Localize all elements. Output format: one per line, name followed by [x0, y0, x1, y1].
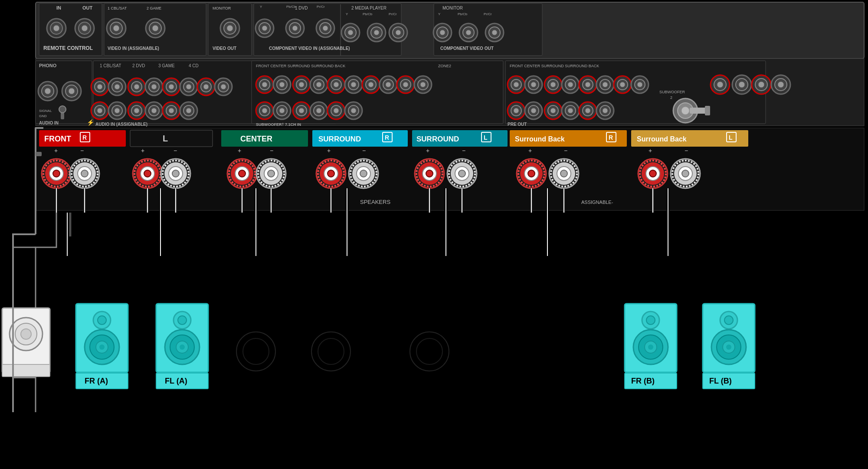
svg-point-27 — [292, 26, 298, 31]
svg-point-185 — [550, 108, 556, 113]
svg-point-81 — [203, 84, 209, 89]
svg-point-256 — [268, 170, 275, 177]
svg-point-286 — [459, 170, 465, 177]
svg-point-30 — [323, 26, 328, 31]
svg-point-20 — [227, 25, 233, 31]
svg-rect-378 — [36, 152, 42, 156]
svg-point-164 — [568, 82, 573, 87]
surround-back-l-badge: L — [729, 134, 733, 141]
svg-point-66 — [115, 84, 120, 89]
pre-out-channels: FRONT CENTER SURROUND SURROUND BACK — [510, 64, 599, 68]
svg-point-364 — [646, 316, 655, 325]
cbl-sat-label: 1 CBL/SAT — [108, 6, 127, 10]
svg-point-194 — [603, 108, 608, 113]
svg-point-112 — [299, 82, 304, 87]
svg-point-44 — [440, 30, 445, 35]
svg-point-47 — [466, 30, 471, 35]
svg-point-226 — [81, 170, 88, 177]
phono-label: PHONO — [39, 63, 57, 68]
cd-4-label: 4 CD — [189, 63, 199, 68]
svg-point-16 — [152, 25, 158, 31]
y-out-label: Y — [438, 12, 441, 16]
subwoofer2-label: SUBWOOFER — [659, 90, 685, 94]
l-plus: + — [141, 147, 144, 154]
svg-rect-336 — [2, 364, 50, 377]
pbcb-label-1: Pb/Cb — [286, 5, 296, 9]
svg-point-272 — [360, 170, 367, 177]
video-in-assignable-label: VIDEO IN (ASSIGNABLE) — [108, 46, 159, 51]
svg-point-136 — [262, 108, 267, 113]
svg-point-318 — [682, 170, 689, 177]
svg-point-376 — [726, 344, 731, 350]
svg-point-54 — [45, 88, 51, 94]
l-minus: − — [174, 147, 177, 154]
svg-point-24 — [262, 26, 267, 31]
svg-point-368 — [648, 344, 653, 350]
y-label-2: Y — [346, 12, 348, 16]
svg-point-118 — [334, 82, 339, 87]
surround-r-minus: − — [362, 147, 366, 154]
svg-point-354 — [180, 344, 185, 350]
monitor-out-label: MONITOR — [442, 6, 463, 10]
svg-point-249 — [239, 170, 246, 177]
front-r-label: FRONT — [44, 134, 71, 143]
svg-point-130 — [403, 82, 408, 87]
prcr-label-1: Pr/Cr — [317, 5, 325, 9]
svg-point-75 — [169, 84, 174, 89]
out-label: OUT — [82, 5, 93, 10]
surround-l-minus: − — [462, 147, 465, 154]
svg-point-182 — [531, 108, 536, 113]
svg-point-6 — [53, 25, 59, 31]
svg-point-346 — [99, 344, 105, 350]
surround-back-l-label: Surround Back — [637, 135, 687, 143]
svg-point-205 — [739, 82, 745, 88]
surround-r-label: SURROUND — [318, 135, 361, 143]
l-label: L — [163, 134, 168, 143]
svg-point-37 — [374, 30, 379, 35]
fl-b-label: FL (B) — [709, 377, 732, 385]
svg-point-241 — [172, 170, 179, 177]
surround-r-plus: + — [327, 147, 331, 154]
pre-out-label: PRE OUT — [508, 122, 527, 127]
svg-point-155 — [514, 82, 519, 87]
game-label: 2 GAME — [147, 6, 161, 10]
svg-point-106 — [262, 82, 267, 87]
svg-point-34 — [348, 30, 353, 35]
signal-gnd-label2: GND — [39, 114, 47, 118]
surround-back-r-label: Surround Back — [515, 135, 565, 143]
fr-b-label: FR (B) — [631, 377, 655, 385]
component-video-out-label: COMPONENT VIDEO OUT — [440, 46, 494, 51]
fr-a-label: FR (A) — [85, 377, 108, 385]
svg-point-295 — [528, 170, 535, 177]
video-out-label: VIDEO OUT — [213, 46, 236, 51]
svg-rect-229 — [130, 130, 213, 147]
svg-rect-199 — [705, 106, 710, 115]
surround-r-badge: R — [385, 134, 389, 141]
audio-in-arrow: ⚡ — [87, 119, 95, 126]
svg-point-87 — [97, 108, 102, 113]
svg-rect-198 — [690, 108, 707, 114]
svg-point-9 — [82, 25, 88, 31]
svg-point-311 — [649, 170, 656, 177]
cbl-sat-2-label: 1 CBL/SAT — [100, 63, 121, 68]
sbl-plus: + — [649, 147, 652, 154]
svg-point-59 — [59, 106, 66, 113]
pbcb-label-2: Pb/Cb — [363, 12, 373, 16]
dvd-2-label: 2 DVD — [132, 63, 145, 68]
svg-point-265 — [328, 170, 334, 177]
svg-point-99 — [169, 108, 174, 113]
svg-point-109 — [279, 82, 285, 87]
svg-point-151 — [351, 108, 356, 113]
subwoofer-label: SUBWOOFER† 7.1CH IN — [256, 122, 301, 127]
svg-point-102 — [186, 108, 191, 113]
svg-point-115 — [316, 82, 321, 87]
svg-point-342 — [98, 316, 106, 325]
svg-point-191 — [585, 108, 590, 113]
game-3-label: 3 GAME — [158, 63, 175, 68]
svg-point-158 — [531, 82, 536, 87]
fl-a-label: FL (A) — [165, 377, 187, 385]
svg-point-167 — [585, 82, 590, 87]
svg-point-78 — [186, 84, 191, 89]
surround-l-label: SURROUND — [416, 135, 459, 143]
remote-control-label: REMOTE CONTROL — [43, 45, 93, 51]
